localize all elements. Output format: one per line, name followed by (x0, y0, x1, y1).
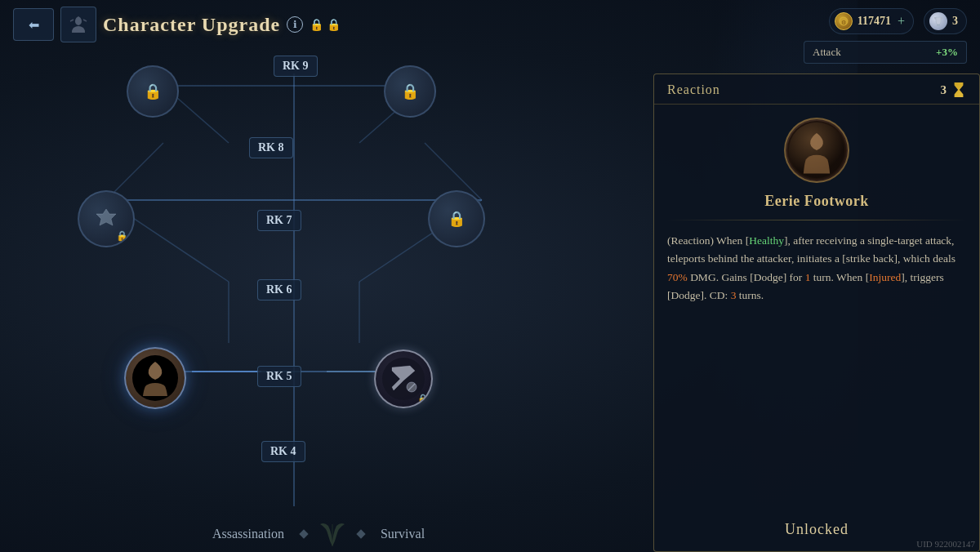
rk9-label: RK 9 (274, 56, 318, 77)
unlocked-label: Unlocked (785, 521, 849, 537)
rk5-label: RK 5 (257, 366, 301, 387)
rk5-left-node[interactable] (124, 347, 186, 409)
skill-portrait-svg (786, 118, 848, 183)
svg-line-1 (83, 20, 87, 21)
lock-icon-rk9-left: 🔒 (144, 82, 162, 100)
desc-dmg: DMG. Gains [Dodge] for (688, 271, 805, 283)
desc-dmg-pct: 70% (667, 271, 688, 283)
lock-icon-rk7-left: 🔒 (116, 230, 128, 243)
rk9-left-node[interactable]: 🔒 (127, 65, 179, 118)
rk9-right-node[interactable]: 🔒 (384, 65, 436, 118)
right-panel: Reaction 3 Ee (653, 73, 980, 552)
node-circle-rk9-right: 🔒 (384, 65, 436, 118)
attack-label: Attack (813, 46, 841, 59)
trophy-icon (929, 12, 947, 30)
trophy-currency: 3 (924, 8, 967, 34)
rk7-label: RK 7 (257, 210, 301, 231)
lock-icon-left: 🔒 (310, 18, 323, 32)
node-circle-rk7-right: 🔒 (428, 190, 485, 247)
panel-skill-name: Eerie Footwork (654, 193, 979, 220)
panel-box: Reaction 3 Ee (653, 73, 980, 552)
panel-description: (Reaction) When [Healthy], after receivi… (654, 220, 979, 511)
lock-icon-rk9-right: 🔒 (401, 82, 419, 100)
rk4-label: RK 4 (261, 441, 305, 462)
rk5-right-node[interactable]: 🔒 (374, 349, 433, 408)
back-icon: ⬅ (29, 17, 39, 33)
lock-icon-rk7-right: 🔒 (448, 210, 466, 228)
node-circle-rk5-left (124, 347, 186, 409)
rk7-left-node[interactable]: 🔒 (78, 190, 135, 247)
node-circle-rk9-left: 🔒 (127, 65, 179, 118)
rk5-left-skill-portrait (131, 354, 180, 403)
svg-text:⚙: ⚙ (841, 20, 846, 26)
panel-count: 3 (941, 82, 967, 97)
back-button[interactable]: ⬅ (13, 8, 54, 41)
skill-portrait (784, 118, 849, 183)
tab-survival[interactable]: Survival (364, 520, 441, 548)
panel-title: Reaction (667, 82, 720, 97)
coins-currency: ⚙ 117471 + (829, 8, 914, 34)
currency-bar: ⚙ 117471 + 3 (829, 8, 967, 34)
plant-decoration (312, 518, 353, 550)
char-silhouette-icon (67, 13, 90, 36)
tab-assassination[interactable]: Assassination (196, 520, 301, 548)
desc-turn: turn. When [ (810, 271, 869, 283)
add-coins-button[interactable]: + (898, 14, 905, 29)
hourglass-icon (951, 82, 966, 97)
attack-bonus: +3% (936, 46, 958, 59)
survival-label: Survival (381, 527, 425, 541)
bottom-tabs: Assassination Survival (0, 516, 637, 552)
rk5-right-lock: 🔒 (417, 394, 429, 404)
panel-header: Reaction 3 (654, 74, 979, 105)
trophy-value: 3 (952, 15, 958, 28)
lock-icon-right: 🔒 (327, 18, 341, 32)
assassination-label: Assassination (212, 527, 284, 541)
rk8-label: RK 8 (249, 137, 293, 158)
diamond-icon-left (299, 529, 308, 538)
panel-count-value: 3 (941, 83, 947, 97)
rk7-right-node[interactable]: 🔒 (428, 190, 485, 247)
desc-turns-end: turns. (736, 289, 764, 301)
skill-tree-lines (0, 49, 637, 552)
coin-svg: ⚙ (838, 16, 849, 27)
desc-injured: Injured (869, 271, 901, 283)
coins-value: 117471 (858, 15, 891, 28)
svg-line-0 (70, 20, 74, 21)
page-title: Character Upgrade (103, 14, 280, 36)
desc-healthy: Healthy (749, 234, 784, 247)
info-icon[interactable]: ℹ (287, 16, 303, 33)
panel-skill-image-area (654, 105, 979, 193)
rk6-label: RK 6 (257, 279, 301, 300)
attack-bar: Attack +3% (804, 41, 967, 64)
node-circle-rk5-right: 🔒 (374, 349, 433, 408)
trophy-svg (933, 16, 944, 27)
desc-reaction: (Reaction) When [ (667, 234, 749, 247)
tab-divider (301, 518, 364, 550)
rk7-left-skill-icon (91, 204, 121, 234)
coin-icon: ⚙ (835, 12, 853, 30)
uid-label: UID 922002147 (916, 539, 975, 549)
char-icon-header (60, 7, 96, 42)
node-circle-rk7-left: 🔒 (78, 190, 135, 247)
